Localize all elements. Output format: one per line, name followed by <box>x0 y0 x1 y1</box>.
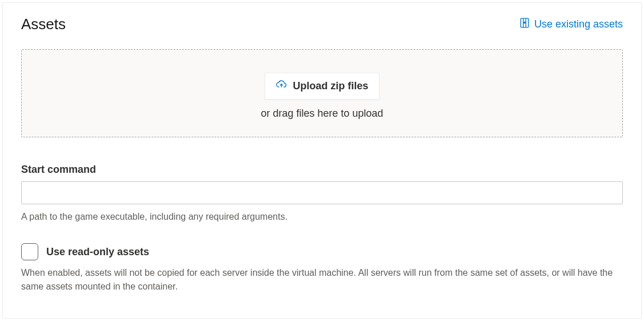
assets-title: Assets <box>21 15 66 33</box>
start-command-helper: A path to the game executable, including… <box>21 210 623 224</box>
use-existing-assets-label: Use existing assets <box>534 18 623 30</box>
zip-archive-icon <box>519 18 530 31</box>
readonly-assets-checkbox-row: Use read-only assets <box>21 243 623 260</box>
use-existing-assets-link[interactable]: Use existing assets <box>519 18 623 31</box>
upload-dropzone[interactable]: Upload zip files or drag files here to u… <box>21 49 623 137</box>
readonly-assets-label[interactable]: Use read-only assets <box>46 246 149 258</box>
cloud-upload-icon <box>275 79 287 93</box>
start-command-field: Start command A path to the game executa… <box>21 164 623 224</box>
upload-zip-button[interactable]: Upload zip files <box>265 73 379 100</box>
assets-panel: Assets Use existing assets <box>2 2 642 319</box>
readonly-assets-helper: When enabled, assets will not be copied … <box>21 266 623 294</box>
drag-hint-text: or drag files here to upload <box>261 108 383 120</box>
assets-header-row: Assets Use existing assets <box>21 15 623 33</box>
svg-rect-3 <box>523 22 525 23</box>
start-command-input[interactable] <box>21 181 623 204</box>
readonly-assets-checkbox[interactable] <box>21 243 38 260</box>
start-command-label: Start command <box>21 164 623 176</box>
upload-zip-button-label: Upload zip files <box>293 80 368 92</box>
readonly-assets-field: Use read-only assets When enabled, asset… <box>21 243 623 294</box>
